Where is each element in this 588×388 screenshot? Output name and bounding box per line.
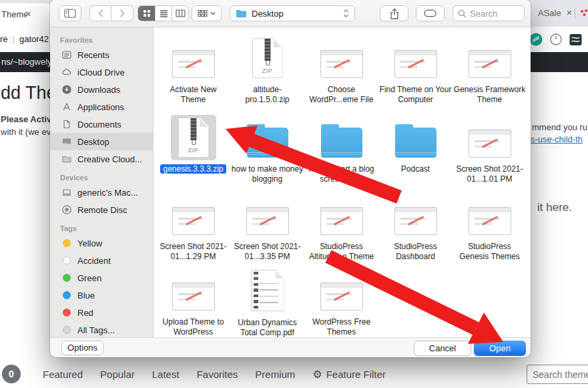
sidebar-item-label: Applications <box>77 102 124 112</box>
tag-button[interactable] <box>416 5 445 21</box>
file-item[interactable]: Activate New Theme <box>156 27 230 107</box>
child-theme-link[interactable]: s-use-child-th <box>531 134 583 144</box>
nav-favorites[interactable]: Favorites <box>197 369 238 380</box>
file-item[interactable]: Screen Shot 2021-01...1.01 PM <box>453 107 527 188</box>
file-item[interactable]: StudioPress Altitude...o Theme <box>304 188 378 262</box>
file-item[interactable]: Choose WordPr...eme File <box>304 27 378 107</box>
red-tag-dot-icon <box>61 307 72 319</box>
file-item[interactable]: Screen Shot 2021-01...3.35 PM <box>230 188 304 262</box>
theme-count-badge: 0 <box>2 365 21 383</box>
sidebar-item-label: Creative Cloud... <box>77 154 142 164</box>
sidebar-item-label: Downloads <box>77 85 120 95</box>
file-item[interactable]: Upload Theme to WordPress <box>156 262 230 337</box>
nav-latest[interactable]: Latest <box>152 369 180 380</box>
browser-tab-themes[interactable]: Themes × <box>0 3 52 27</box>
share-button[interactable] <box>380 5 408 21</box>
sidebar-tag-green[interactable]: Green <box>50 269 153 286</box>
file-item[interactable]: how to make money blogging <box>230 107 304 188</box>
sidebar-item-documents[interactable]: Documents <box>50 116 153 133</box>
feature-filter-button[interactable]: ⚙ Feature Filter <box>312 368 386 381</box>
bookmark-item[interactable]: gator42 <box>19 34 49 44</box>
screenshot-thumbnail-icon <box>320 282 363 311</box>
file-item[interactable]: Genesis Framework Theme <box>453 27 527 107</box>
finder-search-input[interactable] <box>470 9 517 19</box>
sidebar-item-label: Red <box>77 308 93 318</box>
sidebar-tag-yellow[interactable]: Yellow <box>50 234 153 252</box>
browser-extension-icons <box>529 33 582 46</box>
gear-icon: ⚙ <box>312 368 322 381</box>
zip-label: ZIP <box>179 147 208 154</box>
nav-popular[interactable]: Popular <box>100 369 135 380</box>
file-item[interactable]: Urban Dynamics Total Comp.pdf <box>230 262 304 337</box>
folder-icon <box>236 9 247 18</box>
screenshot-thumbnail-icon <box>320 50 363 78</box>
close-icon[interactable]: × <box>567 7 572 18</box>
sidebar-section-devices: Devices <box>60 174 153 182</box>
sidebar-item-creative-cloud[interactable]: Creative Cloud... <box>50 150 153 168</box>
file-name: how to start a blog screenshots <box>308 164 374 184</box>
sidebar-item-icloud-drive[interactable]: iCloud Drive <box>50 63 153 81</box>
feature-filter-label: Feature Filter <box>326 369 386 380</box>
back-button[interactable] <box>89 5 111 21</box>
sidebar-item-generics-mac[interactable]: generic's Mac... <box>50 184 153 201</box>
sidebar-item-recents[interactable]: Recents <box>50 46 153 63</box>
sidebar-item-label: All Tags... <box>77 325 115 335</box>
folder-icon <box>321 128 362 158</box>
forward-button[interactable] <box>111 5 133 21</box>
options-button[interactable]: Options <box>61 341 103 355</box>
toggle-sidebar-button[interactable] <box>59 5 81 21</box>
file-item[interactable]: Find Theme on Your Computer <box>378 27 453 107</box>
file-name: StudioPress Altitude...o Theme <box>309 242 374 261</box>
theme-filter-nav: Featured Popular Latest Favorites Premiu… <box>43 361 386 388</box>
desktop-icon <box>61 136 72 148</box>
finder-sidebar: Favorites Recents iCloud Drive Downloads… <box>50 27 154 337</box>
file-item[interactable]: StudioPress Dashboard <box>378 188 453 262</box>
bookmark-item[interactable]: re <box>0 34 8 44</box>
sidebar-tag-red[interactable]: Red <box>50 304 153 321</box>
nav-premium[interactable]: Premium <box>255 369 295 380</box>
file-name: Urban Dynamics Total Comp.pdf <box>238 318 297 337</box>
sidebar-tag-all-tags[interactable]: All Tags... <box>50 321 153 339</box>
bookmark-flag-icon[interactable] <box>569 33 582 46</box>
blue-tag-dot-icon <box>61 290 72 301</box>
screenshot-thumbnail-icon <box>394 207 437 235</box>
teal-extension-icon[interactable] <box>529 33 543 46</box>
nav-featured[interactable]: Featured <box>43 369 83 380</box>
sidebar-section-tags: Tags <box>60 224 153 232</box>
column-view-button[interactable] <box>172 6 188 21</box>
file-item[interactable]: StudioPress Genesis Themes <box>453 188 527 262</box>
file-item[interactable]: ZIP altitude-pro.1.5.0.zip <box>230 27 304 107</box>
browser-tab-asale[interactable]: ASale× <box>538 7 572 18</box>
open-button[interactable]: Open <box>474 341 526 356</box>
finder-search-field[interactable] <box>453 5 525 21</box>
close-icon[interactable]: × <box>25 8 31 19</box>
screenshot-thumbnail-icon <box>172 50 215 78</box>
file-item[interactable]: Podcast <box>378 107 453 188</box>
file-item[interactable]: WordPress Free Themes <box>304 262 378 337</box>
folder-icon <box>247 128 288 158</box>
group-by-button[interactable] <box>192 5 222 21</box>
search-themes-input[interactable] <box>527 365 588 384</box>
disc-icon <box>61 204 72 216</box>
sidebar-tag-accident[interactable]: Accident <box>50 252 153 269</box>
power-extension-icon[interactable] <box>549 33 563 46</box>
location-dropdown[interactable]: Desktop <box>230 5 355 21</box>
file-item[interactable]: Screen Shot 2021-01...1.29 PM <box>156 188 230 262</box>
chevron-down-icon <box>210 11 216 15</box>
sidebar-item-label: Yellow <box>77 238 102 248</box>
file-item[interactable]: how to start a blog screenshots <box>304 107 378 188</box>
file-item-selected[interactable]: ZIP genesis.3.3.3.zip <box>156 107 230 188</box>
sidebar-item-applications[interactable]: Applications <box>50 98 153 116</box>
sidebar-item-label: Desktop <box>77 137 109 147</box>
list-view-button[interactable] <box>155 6 172 21</box>
sidebar-item-remote-disc[interactable]: Remote Disc <box>50 201 153 218</box>
file-name: how to make money blogging <box>232 164 303 184</box>
sidebar-item-desktop[interactable]: Desktop <box>50 133 153 150</box>
file-name: Upload Theme to WordPress <box>163 317 224 337</box>
share-icon <box>389 8 400 19</box>
icon-view-button[interactable] <box>138 6 155 21</box>
cancel-button[interactable]: Cancel <box>414 341 471 356</box>
sidebar-item-downloads[interactable]: Downloads <box>50 81 153 98</box>
file-name: StudioPress Dashboard <box>394 242 437 261</box>
sidebar-tag-blue[interactable]: Blue <box>50 286 153 304</box>
